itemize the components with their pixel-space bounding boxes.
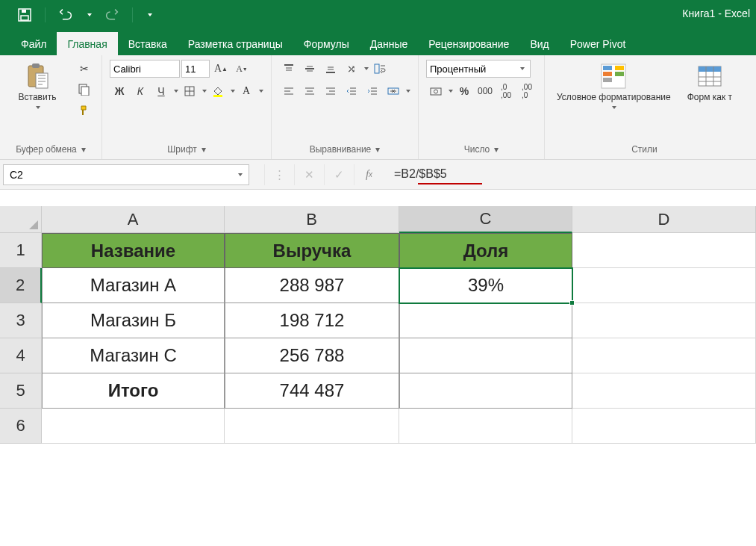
- align-top-button[interactable]: [279, 60, 299, 78]
- cell-A4[interactable]: Магазин С: [42, 338, 225, 373]
- cell-D1[interactable]: [572, 233, 756, 268]
- align-bottom-button[interactable]: [321, 60, 340, 78]
- col-header-D[interactable]: D: [572, 206, 756, 233]
- cell-A3[interactable]: Магазин Б: [42, 303, 225, 338]
- cond-format-dropdown-icon[interactable]: [612, 106, 616, 109]
- paste-button[interactable]: Вставить: [7, 60, 67, 112]
- undo-dropdown-icon[interactable]: [87, 13, 92, 16]
- align-middle-button[interactable]: [300, 60, 319, 78]
- tab-review[interactable]: Рецензирование: [418, 32, 519, 55]
- paste-dropdown-icon[interactable]: [36, 106, 40, 109]
- orientation-button[interactable]: ⤮: [342, 60, 361, 78]
- cell-C3[interactable]: [399, 303, 572, 338]
- cell-C6[interactable]: [399, 409, 572, 444]
- currency-dropdown-icon[interactable]: [449, 90, 453, 93]
- cell-B3[interactable]: 198 712: [225, 303, 399, 338]
- wrap-text-button[interactable]: [370, 60, 390, 78]
- cell-A6[interactable]: [42, 409, 225, 444]
- tab-powerpivot[interactable]: Power Pivot: [560, 32, 637, 55]
- merge-dropdown-icon[interactable]: [406, 90, 410, 93]
- increase-indent-button[interactable]: [363, 82, 382, 100]
- number-format-select[interactable]: [426, 60, 531, 78]
- tab-page-layout[interactable]: Разметка страницы: [178, 32, 293, 55]
- cell-D2[interactable]: [572, 268, 756, 303]
- format-painter-button[interactable]: [75, 102, 94, 120]
- cell-B5[interactable]: 744 487: [225, 373, 399, 409]
- row-header-1[interactable]: 1: [0, 233, 42, 268]
- cell-D6[interactable]: [572, 409, 756, 444]
- align-left-button[interactable]: [279, 82, 299, 100]
- decrease-indent-button[interactable]: [342, 82, 361, 100]
- align-right-button[interactable]: [321, 82, 340, 100]
- accounting-format-button[interactable]: [426, 82, 446, 100]
- cell-D4[interactable]: [572, 338, 756, 373]
- confirm-formula-button[interactable]: ✓: [324, 164, 354, 185]
- font-family-select[interactable]: [110, 60, 180, 78]
- increase-decimal-button[interactable]: ,0,00: [496, 82, 516, 100]
- tab-formulas[interactable]: Формулы: [293, 32, 360, 55]
- cell-C2[interactable]: 39%: [399, 268, 572, 303]
- fill-handle[interactable]: [569, 300, 575, 305]
- cell-C1[interactable]: Доля: [399, 233, 572, 268]
- dialog-launcher-icon[interactable]: ▾: [81, 144, 86, 155]
- fill-color-button[interactable]: [208, 82, 228, 100]
- qat-customize-icon[interactable]: [148, 13, 152, 16]
- underline-button[interactable]: Ч: [151, 82, 171, 100]
- tab-file[interactable]: Файл: [10, 32, 57, 55]
- col-header-C[interactable]: C: [399, 206, 572, 233]
- cell-A2[interactable]: Магазин А: [42, 268, 225, 303]
- font-color-button[interactable]: A: [237, 82, 256, 100]
- dialog-launcher-icon[interactable]: ▾: [494, 144, 499, 155]
- formula-input[interactable]: [394, 164, 753, 185]
- name-box[interactable]: C2: [3, 164, 249, 185]
- tab-insert[interactable]: Вставка: [118, 32, 178, 55]
- fontcolor-dropdown-icon[interactable]: [259, 90, 263, 93]
- tab-data[interactable]: Данные: [360, 32, 419, 55]
- bold-button[interactable]: Ж: [110, 82, 129, 100]
- cell-A1[interactable]: Название: [42, 233, 225, 268]
- align-center-button[interactable]: [300, 82, 319, 100]
- decrease-decimal-button[interactable]: ,00,0: [517, 82, 537, 100]
- tab-home[interactable]: Главная: [57, 32, 117, 55]
- dialog-launcher-icon[interactable]: ▾: [202, 144, 206, 155]
- borders-button[interactable]: [180, 82, 199, 100]
- shrink-font-button[interactable]: A▼: [232, 60, 252, 78]
- select-all-button[interactable]: [0, 206, 42, 233]
- comma-button[interactable]: 000: [475, 82, 495, 100]
- row-header-3[interactable]: 3: [0, 303, 42, 338]
- conditional-formatting-button[interactable]: Условное форматирование: [552, 60, 675, 112]
- cell-B4[interactable]: 256 788: [225, 338, 399, 373]
- underline-dropdown-icon[interactable]: [174, 90, 178, 93]
- cancel-formula-button[interactable]: ✕: [294, 164, 324, 185]
- font-size-select[interactable]: [181, 60, 210, 78]
- percent-button[interactable]: %: [454, 82, 474, 100]
- row-header-2[interactable]: 2: [0, 268, 42, 303]
- row-header-6[interactable]: 6: [0, 409, 42, 444]
- merge-center-button[interactable]: [384, 82, 403, 100]
- col-header-A[interactable]: A: [42, 206, 225, 233]
- dialog-launcher-icon[interactable]: ▾: [375, 144, 380, 155]
- italic-button[interactable]: К: [131, 82, 150, 100]
- save-icon[interactable]: [18, 8, 31, 22]
- insert-function-button[interactable]: fx: [354, 164, 384, 185]
- copy-button[interactable]: [75, 81, 94, 99]
- cell-B2[interactable]: 288 987: [225, 268, 399, 303]
- fill-dropdown-icon[interactable]: [231, 90, 235, 93]
- row-header-4[interactable]: 4: [0, 338, 42, 373]
- cell-C4[interactable]: [399, 338, 572, 373]
- cell-D3[interactable]: [572, 303, 756, 338]
- cell-C5[interactable]: [399, 373, 572, 409]
- borders-dropdown-icon[interactable]: [202, 90, 207, 93]
- cut-button[interactable]: ✂: [75, 60, 94, 78]
- grow-font-button[interactable]: A▲: [211, 60, 231, 78]
- redo-icon[interactable]: [105, 8, 119, 22]
- row-header-5[interactable]: 5: [0, 373, 42, 409]
- numfmt-dropdown-icon[interactable]: [520, 67, 525, 70]
- cell-D5[interactable]: [572, 373, 756, 409]
- cell-B6[interactable]: [225, 409, 399, 444]
- col-header-B[interactable]: B: [225, 206, 399, 233]
- orientation-dropdown-icon[interactable]: [364, 67, 369, 70]
- tab-view[interactable]: Вид: [519, 32, 559, 55]
- name-box-dropdown-icon[interactable]: [238, 173, 243, 176]
- undo-icon[interactable]: [59, 8, 72, 22]
